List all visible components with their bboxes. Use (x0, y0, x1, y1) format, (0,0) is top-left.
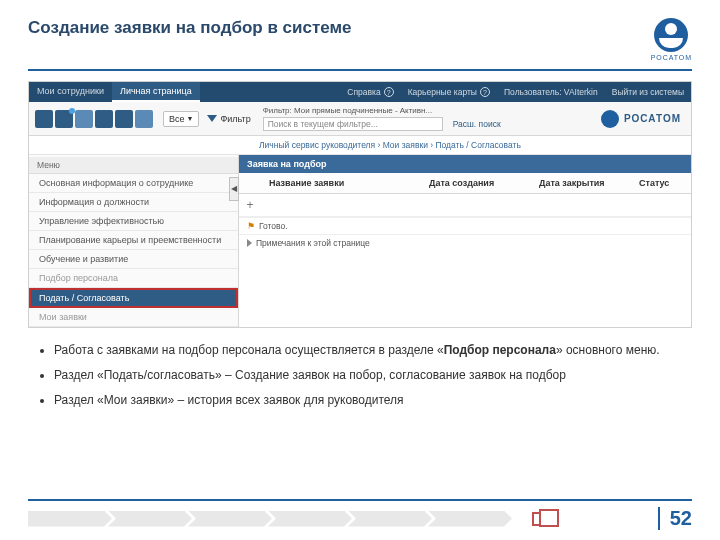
col-created-date: Дата создания (421, 173, 531, 193)
filter-button[interactable]: Фильтр (203, 112, 254, 126)
doc-icon[interactable] (135, 110, 153, 128)
page-notes-toggle[interactable]: Примечания к этой странице (239, 234, 691, 251)
window-icon (532, 512, 548, 526)
help-icon: ? (384, 87, 394, 97)
flag-icon: ⚑ (247, 221, 255, 231)
section-header: Заявка на подбор (239, 155, 691, 173)
top-nav: Мои сотрудники Личная страница Справка ?… (29, 82, 691, 102)
brand-text: РОСАТОМ (624, 113, 681, 124)
sidebar-item-training[interactable]: Обучение и развитие (29, 250, 238, 269)
toolbar: Все ▼ Фильтр Фильтр: Мои прямые подчинен… (29, 102, 691, 136)
chart-icon[interactable] (95, 110, 113, 128)
sidebar-item-submit-approve[interactable]: Подать / Согласовать (29, 288, 238, 308)
search-input[interactable]: Поиск в текущем фильтре... (263, 117, 443, 131)
status-ready: ⚑Готово. (239, 217, 691, 234)
header-divider (28, 69, 692, 71)
sidebar-item-employee-info[interactable]: Основная информация о сотруднике (29, 174, 238, 193)
bullet-3: Раздел «Мои заявки» – история всех заяво… (54, 392, 680, 409)
breadcrumb: Личный сервис руководителя › Мои заявки … (29, 136, 691, 155)
sidebar: Меню Основная информация о сотруднике Ин… (29, 155, 239, 327)
list-icon[interactable] (75, 110, 93, 128)
advanced-search-link[interactable]: Расш. поиск (453, 119, 501, 129)
filter-label: Фильтр: Мои прямые подчиненные - Активн.… (263, 106, 601, 115)
chevron-step (28, 511, 112, 527)
funnel-icon (207, 115, 217, 122)
all-button[interactable]: Все ▼ (163, 111, 199, 127)
table-header: Название заявки Дата создания Дата закры… (239, 173, 691, 194)
bullet-list: Работа с заявками на подбор персонала ос… (0, 340, 720, 422)
brand-area: РОСАТОМ (601, 110, 691, 128)
logo-icon (601, 110, 619, 128)
page-number: 52 (658, 507, 692, 530)
logout-link[interactable]: Выйти из системы (605, 82, 691, 102)
chevron-step (348, 511, 432, 527)
sidebar-item-career-planning[interactable]: Планирование карьеры и преемственности (29, 231, 238, 250)
col-status: Статус (631, 173, 691, 193)
sidebar-item-my-requests[interactable]: Мои заявки (29, 308, 238, 327)
sidebar-item-position-info[interactable]: Информация о должности (29, 193, 238, 212)
user-label: Пользователь: VAIterkin (497, 82, 605, 102)
menu-header: Меню (29, 157, 238, 174)
chevron-step (428, 511, 512, 527)
add-row-button[interactable]: + (239, 194, 261, 216)
triangle-icon (247, 239, 252, 247)
rosatom-logo: РОСАТОМ (651, 18, 692, 61)
footer-divider (28, 499, 692, 501)
app-screenshot: Мои сотрудники Личная страница Справка ?… (28, 81, 692, 328)
sidebar-item-performance[interactable]: Управление эффективностью (29, 212, 238, 231)
col-request-name: Название заявки (261, 173, 421, 193)
collapse-sidebar-icon[interactable]: ◀ (229, 177, 239, 201)
bullet-2: Раздел «Подать/согласовать» – Создание з… (54, 367, 680, 384)
chevron-step (268, 511, 352, 527)
main-content: Заявка на подбор Название заявки Дата со… (239, 155, 691, 327)
chevron-step (188, 511, 272, 527)
home-icon[interactable] (35, 110, 53, 128)
footer-row: 52 (28, 507, 692, 530)
col-closed-date: Дата закрытия (531, 173, 631, 193)
approve-icon[interactable] (55, 110, 73, 128)
table-row: + (239, 194, 691, 217)
bullet-1: Работа с заявками на подбор персонала ос… (54, 342, 680, 359)
logo-icon (654, 18, 688, 52)
career-maps-link[interactable]: Карьерные карты ? (401, 82, 497, 102)
tab-my-employees[interactable]: Мои сотрудники (29, 82, 112, 102)
logo-text: РОСАТОМ (651, 54, 692, 61)
help-icon: ? (480, 87, 490, 97)
inbox-icon[interactable] (115, 110, 133, 128)
slide-title: Создание заявки на подбор в системе (28, 18, 352, 38)
help-link[interactable]: Справка ? (340, 82, 400, 102)
sidebar-item-recruitment[interactable]: Подбор персонала (29, 269, 238, 288)
chevron-step (108, 511, 192, 527)
tab-personal-page[interactable]: Личная страница (112, 82, 200, 102)
